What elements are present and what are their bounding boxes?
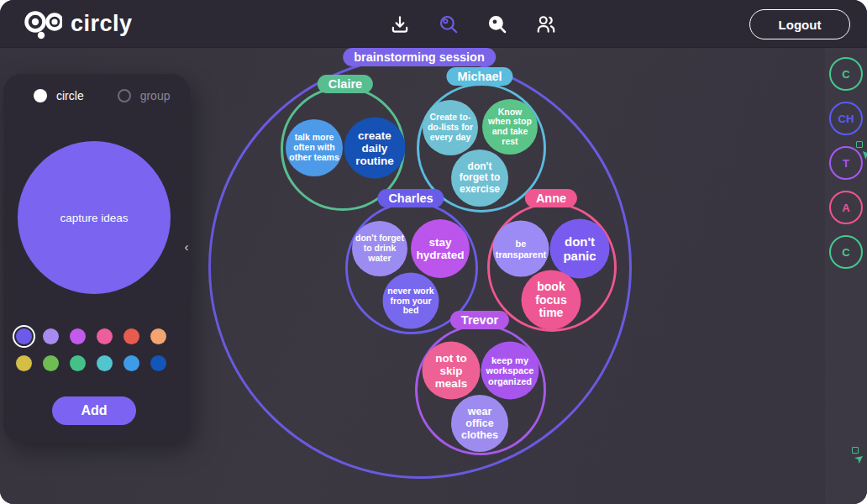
zoom-out-icon[interactable] (486, 13, 508, 35)
idea-circle[interactable]: don't forget to drink water (352, 221, 407, 276)
logo-text: circly (71, 11, 133, 37)
color-palette (16, 328, 180, 371)
radio-unselected-icon (118, 89, 131, 102)
type-selector: circle group (3, 89, 190, 102)
idea-circle[interactable]: Know when stop and take rest (482, 99, 538, 155)
zoom-in-icon[interactable] (438, 13, 460, 35)
group-label-anne[interactable]: Anne (525, 189, 577, 207)
group-label-michael[interactable]: Michael (446, 67, 512, 86)
navbar: circly Logout (0, 0, 867, 48)
add-button[interactable]: Add (52, 396, 136, 425)
group-label-brainstorming[interactable]: brainstorming session (343, 48, 496, 66)
color-swatch[interactable] (97, 328, 113, 344)
color-swatch[interactable] (123, 355, 139, 371)
color-swatch[interactable] (16, 355, 32, 371)
radio-selected-icon (34, 89, 47, 102)
idea-circle[interactable]: talk more often with other teams (286, 119, 343, 176)
color-swatch[interactable] (97, 355, 113, 371)
group-label-trevor[interactable]: Trevor (450, 311, 509, 329)
logout-button[interactable]: Logout (749, 9, 850, 39)
idea-circle[interactable]: never work from your bed (383, 273, 439, 329)
toolbar (389, 0, 557, 48)
idea-circle[interactable]: don't forget to exercise (451, 150, 508, 207)
avatar[interactable]: C (829, 57, 863, 91)
collaborator-cursor-icon (862, 150, 867, 160)
logo-icon (24, 8, 62, 39)
color-swatch[interactable] (123, 328, 139, 344)
idea-circle[interactable]: book focus time (522, 270, 581, 330)
idea-circle[interactable]: Create to-do-lists for every day (423, 100, 478, 155)
group-label-charles[interactable]: Charles (377, 189, 444, 207)
idea-circle[interactable]: don't panic (550, 219, 610, 279)
group-label-claire[interactable]: Claire (318, 75, 373, 93)
collaborator-cursor-marker (852, 447, 859, 454)
color-swatch[interactable] (70, 328, 86, 344)
idea-circle[interactable]: keep my workspace organized (481, 342, 539, 400)
radio-circle-label: circle (56, 89, 84, 102)
users-icon[interactable] (535, 13, 557, 35)
collaborator-cursor-marker (856, 141, 863, 148)
panel-collapse-chevron-icon[interactable]: ‹ (180, 237, 193, 255)
collaborator-cursor-icon (854, 454, 864, 465)
color-swatch[interactable] (16, 328, 32, 344)
idea-circle[interactable]: be transparent (493, 221, 549, 277)
avatar[interactable]: CH (829, 102, 863, 135)
color-swatch[interactable] (70, 355, 86, 371)
color-swatch[interactable] (43, 328, 59, 344)
color-swatch[interactable] (150, 355, 166, 371)
avatar[interactable]: C (829, 235, 863, 269)
app-window: circly Logout (0, 0, 867, 504)
collaborator-avatars: C CH T A C (829, 57, 863, 269)
idea-circle[interactable]: wear office clothes (451, 395, 508, 452)
idea-circle[interactable]: create daily routine (344, 118, 406, 179)
circle-preview[interactable]: capture ideas (18, 141, 171, 294)
app-logo: circly (24, 8, 133, 39)
color-swatch[interactable] (150, 328, 166, 344)
avatar[interactable]: A (829, 191, 863, 224)
radio-circle[interactable]: circle (34, 89, 84, 102)
color-swatch[interactable] (43, 355, 59, 371)
idea-circle[interactable]: not to skip meals (423, 342, 481, 400)
download-icon[interactable] (389, 13, 411, 35)
idea-circle[interactable]: stay hydrated (411, 219, 470, 278)
avatar[interactable]: T (829, 146, 863, 180)
create-circle-panel: circle group capture ideas Add (3, 74, 190, 443)
radio-group-label: group (140, 89, 171, 102)
radio-group[interactable]: group (118, 89, 171, 102)
